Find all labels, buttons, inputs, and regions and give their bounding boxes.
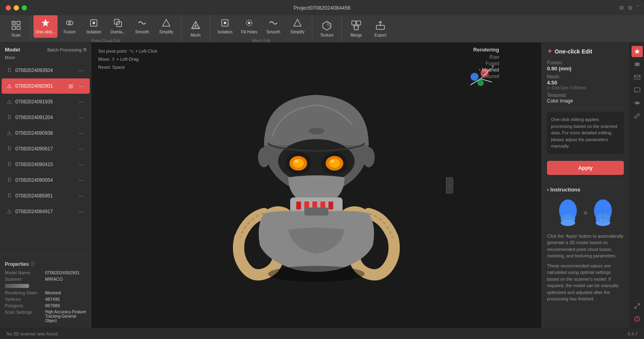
model-item-active[interactable]: ⚠ 07082024092901 ⊞ ···: [2, 78, 90, 94]
one-click-button[interactable]: One-click...: [33, 14, 58, 38]
rp-title-text: One-click Edit: [555, 48, 592, 55]
model-type-icon: ⚠: [6, 83, 13, 89]
model-item[interactable]: ⠿ 07082024090617 ···: [2, 141, 90, 156]
svg-rect-74: [635, 65, 640, 66]
svg-rect-43: [296, 201, 301, 210]
model-type-icon: ⚠: [6, 208, 13, 215]
maximize-button[interactable]: [22, 5, 27, 10]
fill-holes-label: Fill Holes: [241, 30, 257, 35]
model-name: 07082024092901: [15, 83, 66, 89]
rendering-raw[interactable]: Raw: [473, 54, 499, 60]
model-more-icon[interactable]: ···: [77, 113, 86, 122]
one-click-strip-button[interactable]: [632, 46, 643, 57]
right-panel-collapse-button[interactable]: ›: [446, 177, 453, 193]
batch-processing-button[interactable]: Batch Processing ⧉: [47, 47, 87, 52]
viewport-hint: Set pivot point: ⌥ + Left-Click Move: ⇧ …: [98, 47, 157, 71]
apply-button[interactable]: Apply: [547, 161, 624, 175]
chat-strip-button[interactable]: [632, 84, 643, 96]
eye-strip-button[interactable]: [632, 97, 643, 109]
sidebar-header: Model Batch Processing ⧉: [0, 43, 91, 54]
status-bar: No 3D scanner was found. 5.4.7: [0, 328, 644, 339]
window-title: Project07082024084456: [293, 5, 351, 11]
model-more-icon[interactable]: ···: [77, 191, 86, 200]
overlap-button[interactable]: Overla...: [106, 14, 130, 38]
rp-title: ✦ One-click Edit: [547, 47, 624, 55]
model-grid-icon[interactable]: ⊞: [66, 82, 75, 90]
model-more-icon[interactable]: ···: [77, 129, 86, 138]
model-item[interactable]: ⚠ 07082024084917 ···: [2, 204, 90, 219]
isolation-label: Isolation: [86, 30, 101, 35]
mail-strip-button[interactable]: [632, 72, 643, 83]
settings-icon[interactable]: ⚙: [619, 4, 624, 11]
color-bar: [5, 284, 29, 288]
model-item[interactable]: ⠿ 07082024091204 ···: [2, 110, 90, 125]
model-more-icon[interactable]: ···: [77, 176, 86, 185]
window-icon[interactable]: ⧉: [628, 4, 632, 11]
one-click-label: One-click...: [35, 30, 56, 35]
edit-strip-button[interactable]: [632, 110, 643, 121]
model-more-icon[interactable]: ···: [77, 207, 86, 216]
scan-icon: [10, 20, 22, 32]
svg-rect-28: [354, 26, 358, 30]
scan-button[interactable]: Scan: [4, 17, 28, 41]
svg-point-36: [293, 159, 304, 168]
svg-marker-12: [163, 19, 170, 26]
model-more-icon[interactable]: ···: [77, 82, 86, 90]
one-click-icon: [41, 18, 50, 29]
viewport[interactable]: Set pivot point: ⌥ + Left-Click Move: ⇧ …: [92, 43, 541, 328]
model-item[interactable]: ⠿ 07082024093504 ···: [2, 63, 90, 78]
model-item[interactable]: ⠿ 07082024090054 ···: [2, 173, 90, 188]
layers-strip-button[interactable]: [632, 59, 643, 70]
merge-button[interactable]: Merge: [344, 17, 368, 41]
rendering-meshed[interactable]: Meshed: [473, 67, 499, 73]
title-bar-icons: ⚙ ⧉ ˄: [619, 4, 639, 11]
model-type-icon: ⠿: [6, 193, 13, 199]
isolation2-button[interactable]: Isolation: [213, 14, 237, 38]
model-item[interactable]: ⚠ 07082024091935 ···: [2, 94, 90, 109]
fusion-button[interactable]: Fusion: [58, 14, 82, 38]
smooth-pc-button[interactable]: Smooth: [130, 14, 154, 38]
svg-rect-1: [17, 21, 20, 25]
warning-strip-button[interactable]: [632, 313, 643, 325]
model-more-icon[interactable]: ···: [77, 160, 86, 169]
model-name: 07082024090054: [15, 177, 77, 183]
export-label: Export: [375, 33, 386, 38]
simplify-pc-button[interactable]: Simplify: [154, 14, 178, 38]
model-list: ⠿ 07082024093504 ··· ⚠ 07082024092901 ⊞ …: [0, 62, 91, 251]
close-button[interactable]: [6, 5, 11, 10]
model-item[interactable]: ⠿ 07082024090415 ···: [2, 157, 90, 172]
texture-button[interactable]: Texture: [315, 17, 339, 41]
rendering-fused[interactable]: Fused: [473, 61, 499, 66]
model-item[interactable]: ⚠ 07082024090938 ···: [2, 125, 90, 141]
properties-info-icon[interactable]: ⓘ: [30, 261, 35, 267]
expand-strip-button[interactable]: [632, 300, 643, 312]
fill-holes-button[interactable]: Fill Holes: [237, 14, 261, 38]
model-more-icon[interactable]: ···: [77, 144, 86, 153]
isolation-icon: [89, 18, 99, 29]
chevron-up-icon[interactable]: ˄: [636, 4, 639, 11]
svg-rect-73: [635, 64, 640, 65]
rendering-textured[interactable]: Textured: [473, 74, 499, 79]
rp-divider2: [547, 182, 624, 183]
rendering-state-label: Rendering State:: [5, 290, 45, 295]
isolation-button[interactable]: Isolation: [82, 14, 106, 38]
svg-point-21: [248, 22, 250, 24]
model-more-icon[interactable]: ···: [77, 97, 86, 106]
simplify2-button[interactable]: Simplify: [285, 14, 310, 38]
mesh-button[interactable]: Mesh: [184, 17, 208, 41]
toolbar-group-merge-export: Merge Export: [342, 15, 395, 42]
svg-rect-9: [93, 22, 95, 24]
window-controls[interactable]: [6, 5, 27, 10]
svg-marker-5: [41, 19, 50, 27]
sidebar-model-title: Model: [5, 47, 20, 53]
model-item[interactable]: ⠿ 07082024085951 ···: [2, 188, 90, 203]
model-more-icon[interactable]: ···: [77, 66, 86, 75]
export-button[interactable]: Export: [368, 17, 392, 41]
batch-icon: ⧉: [83, 47, 87, 52]
smooth2-button[interactable]: Smooth: [261, 14, 285, 38]
simplify-pc-label: Simplify: [159, 30, 173, 35]
model-name-label: Model Name:: [5, 270, 45, 275]
svg-line-79: [638, 304, 640, 306]
minimize-button[interactable]: [14, 5, 19, 10]
more-button[interactable]: More: [0, 54, 91, 62]
